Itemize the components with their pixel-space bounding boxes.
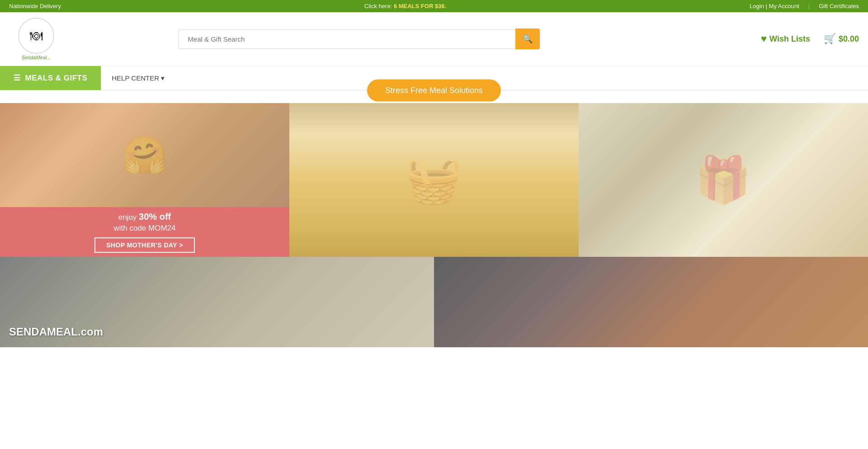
- promo-box: enjoy 30% off with code MOM24 SHOP MOTHE…: [0, 207, 289, 257]
- promo-discount: 30% off: [139, 212, 171, 222]
- heart-icon: ♥: [761, 33, 767, 45]
- header-right: ♥ Wish Lists 🛒 $0.00: [761, 33, 859, 45]
- nationwide-delivery: Nationwide Delivery: [9, 3, 61, 9]
- search-bar: 🔍: [178, 28, 540, 49]
- login-link[interactable]: Login | My Account: [750, 3, 799, 9]
- hero-panel-center: 🧺: [289, 103, 579, 257]
- shop-mothers-day-button[interactable]: SHOP MOTHER'S DAY >: [94, 237, 195, 253]
- logo[interactable]: 🍽 SendaMeal...: [9, 18, 63, 60]
- basket-image: 🧺: [289, 103, 579, 257]
- logo-icon: 🍽: [18, 18, 54, 54]
- gift-certificates-link[interactable]: Gift Certificates: [819, 3, 859, 9]
- meals-gifts-label: MEALS & GIFTS: [25, 74, 88, 83]
- hero-section: Stress Free Meal Solutions 🤗 enjoy 30% o…: [0, 90, 868, 347]
- spa-image: 🎁: [579, 103, 868, 257]
- cart[interactable]: 🛒 $0.00: [824, 33, 859, 45]
- search-icon: 🔍: [523, 34, 533, 43]
- hamburger-icon: ☰: [14, 73, 21, 83]
- chevron-down-icon: ▾: [161, 74, 165, 82]
- top-bar-right: Login | My Account | Gift Certificates: [750, 3, 859, 9]
- cart-amount: $0.00: [839, 34, 859, 44]
- stress-free-cta[interactable]: Stress Free Meal Solutions: [367, 80, 501, 102]
- bottom-section: SENDAMEAL.com: [0, 257, 868, 347]
- help-center-menu[interactable]: HELP CENTER ▾: [101, 67, 175, 90]
- promo-code: with code MOM24: [113, 224, 175, 233]
- top-bar: Nationwide Delivery Click here: 6 MEALS …: [0, 0, 868, 12]
- promo-line1: enjoy 30% off: [118, 212, 171, 222]
- hug-image: 🤗: [0, 103, 289, 207]
- bottom-right-panel: [434, 257, 868, 347]
- search-button[interactable]: 🔍: [515, 28, 540, 49]
- sendameal-text: SENDAMEAL.com: [9, 326, 103, 338]
- hero-panel-left: 🤗 enjoy 30% off with code MOM24 SHOP MOT…: [0, 103, 289, 257]
- header: 🍽 SendaMeal... 🔍 ♥ Wish Lists 🛒 $0.00: [0, 12, 868, 66]
- help-center-label: HELP CENTER: [112, 74, 159, 82]
- cart-icon: 🛒: [824, 33, 836, 45]
- logo-text: SendaMeal...: [22, 55, 51, 60]
- search-input[interactable]: [178, 29, 515, 49]
- hero-panels: 🤗 enjoy 30% off with code MOM24 SHOP MOT…: [0, 103, 868, 257]
- meals-gifts-menu[interactable]: ☰ MEALS & GIFTS: [0, 66, 101, 90]
- bottom-left-panel: SENDAMEAL.com: [0, 257, 434, 347]
- promo-banner: Click here: 6 MEALS FOR $36.: [364, 3, 446, 9]
- wish-lists-label: Wish Lists: [769, 34, 810, 44]
- hero-panel-right: 🎁: [579, 103, 868, 257]
- wish-lists[interactable]: ♥ Wish Lists: [761, 33, 810, 45]
- promo-link[interactable]: 6 MEALS FOR $36.: [394, 3, 446, 9]
